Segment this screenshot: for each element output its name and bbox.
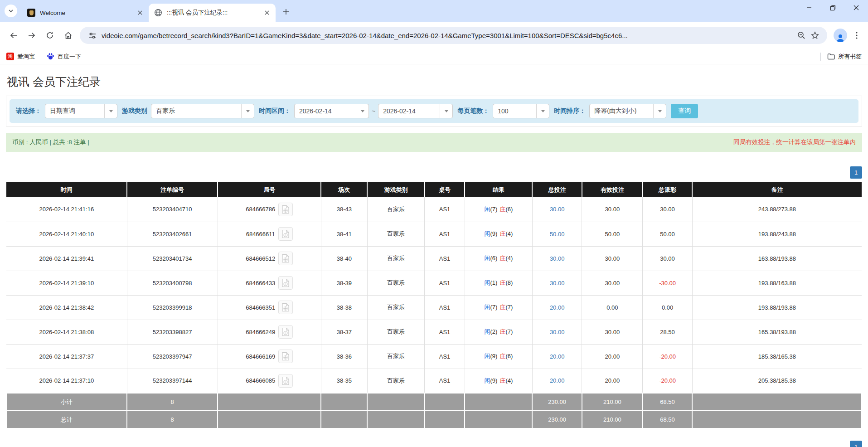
- browser-menu-button[interactable]: [850, 28, 863, 43]
- query-type-value: 日期查询: [45, 107, 104, 115]
- date-start-select[interactable]: 2026-02-14: [294, 104, 369, 118]
- query-type-select[interactable]: 日期查询: [45, 104, 117, 118]
- zoom-magnifier-icon[interactable]: [795, 29, 808, 42]
- note: 193.88/163.88: [692, 271, 862, 295]
- result-banker-score: (7): [505, 304, 513, 311]
- total-total-bet: 230.00: [532, 411, 582, 428]
- video-file-icon: [281, 303, 290, 312]
- total-bet-cell: 30.00: [532, 197, 582, 222]
- total-bet-link[interactable]: 20.00: [550, 304, 565, 311]
- kebab-menu-icon: [856, 32, 858, 39]
- result-cell: 闲(2)庄(7): [465, 320, 532, 344]
- tab-search-button[interactable]: [5, 5, 17, 17]
- session: 38-40: [321, 246, 367, 271]
- tab-strip: Welcome :::视讯 会员下注纪录:::: [0, 0, 868, 22]
- total-bet-link[interactable]: 20.00: [550, 377, 565, 384]
- game-kind-value: 百家乐: [151, 107, 241, 115]
- profile-avatar[interactable]: [834, 29, 847, 42]
- round-cell: 684666169: [218, 344, 321, 369]
- bookmark-baidu[interactable]: 百度一下: [47, 53, 81, 61]
- game-kind: 百家乐: [367, 295, 424, 320]
- home-button[interactable]: [59, 26, 77, 44]
- result-player: 闲: [485, 353, 490, 360]
- video-file-icon: [281, 352, 290, 361]
- total-bet-link[interactable]: 30.00: [550, 280, 565, 287]
- tab-title: Welcome: [40, 10, 136, 16]
- col-table: 桌号: [425, 182, 465, 197]
- chevron-down-icon: [440, 104, 452, 118]
- video-replay-button[interactable]: [278, 203, 293, 216]
- video-replay-button[interactable]: [278, 325, 293, 339]
- search-button[interactable]: 查询: [671, 104, 698, 118]
- result-cell: 闲(1)庄(8): [465, 271, 532, 295]
- back-button[interactable]: [5, 26, 23, 44]
- baidu-paw-icon: [47, 53, 54, 60]
- date-end-value: 2026-02-14: [378, 107, 440, 115]
- video-file-icon: [281, 278, 290, 287]
- session: 38-43: [321, 197, 367, 222]
- restore-button[interactable]: [821, 0, 844, 15]
- bookmark-star-icon[interactable]: [808, 29, 822, 42]
- total-bet-link[interactable]: 30.00: [550, 329, 565, 335]
- page-number-button[interactable]: 1: [850, 166, 862, 179]
- site-settings-icon[interactable]: [85, 29, 99, 42]
- total-bet-link[interactable]: 20.00: [550, 353, 565, 360]
- close-tab-icon[interactable]: [136, 9, 144, 17]
- round-cell: 684666249: [218, 320, 321, 344]
- url-bar[interactable]: videoie.com/game/betrecord_search/kind3?…: [80, 27, 827, 44]
- valid-bet: 30.00: [582, 246, 643, 271]
- bet-time: 2026-02-14 21:39:41: [6, 246, 127, 271]
- table-row: 2026-02-14 21:37:37 523203397947 6846661…: [6, 344, 862, 369]
- minimize-button[interactable]: [797, 0, 821, 15]
- close-tab-icon[interactable]: [263, 9, 271, 17]
- bookmark-aitaobao[interactable]: 淘 爱淘宝: [6, 53, 35, 61]
- video-replay-button[interactable]: [278, 227, 293, 241]
- tab-welcome[interactable]: Welcome: [22, 4, 149, 22]
- bet-records-table: 时间 注单编号 局号 场次 游戏类别 桌号 结果 总投注 有效投注 总派彩 备注…: [6, 182, 862, 429]
- tab-bet-records[interactable]: :::视讯 会员下注纪录:::: [149, 4, 276, 22]
- result-player: 闲: [485, 304, 490, 311]
- total-bet-link[interactable]: 30.00: [550, 255, 565, 262]
- plus-icon: [283, 9, 289, 15]
- page-number-button-bottom[interactable]: 1: [850, 441, 862, 447]
- forward-button[interactable]: [23, 26, 41, 44]
- browser-toolbar: videoie.com/game/betrecord_search/kind3?…: [0, 22, 868, 49]
- close-window-button[interactable]: [844, 0, 868, 15]
- col-time: 时间: [6, 182, 127, 197]
- reload-button[interactable]: [41, 26, 59, 44]
- video-replay-button[interactable]: [278, 350, 293, 363]
- total-label: 总计: [6, 411, 127, 428]
- round-number: 684666249: [246, 329, 275, 335]
- bet-time: 2026-02-14 21:38:42: [6, 295, 127, 320]
- total-bet-link[interactable]: 50.00: [550, 231, 565, 238]
- video-replay-button[interactable]: [278, 301, 293, 314]
- date-end-select[interactable]: 2026-02-14: [378, 104, 453, 118]
- table-header: 时间 注单编号 局号 场次 游戏类别 桌号 结果 总投注 有效投注 总派彩 备注: [6, 182, 862, 197]
- new-tab-button[interactable]: [279, 5, 293, 19]
- all-bookmarks-button[interactable]: 所有书签: [827, 53, 862, 61]
- game-kind: 百家乐: [367, 271, 424, 295]
- video-replay-button[interactable]: [278, 276, 293, 290]
- result-banker-score: (4): [505, 255, 513, 262]
- bet-id: 523203402661: [127, 222, 218, 246]
- game-kind-select[interactable]: 百家乐: [151, 104, 254, 118]
- table-number: AS1: [425, 369, 465, 393]
- page-content: 视讯 会员下注纪录 请选择： 日期查询 游戏类别 百家乐 时间区间： 2026-…: [0, 74, 868, 429]
- result-player: 闲: [485, 328, 490, 335]
- payout: 30.00: [643, 197, 692, 222]
- sort-select[interactable]: 降幂(由大到小): [589, 104, 666, 118]
- table-number: AS1: [425, 344, 465, 369]
- sort-value: 降幂(由大到小): [590, 107, 653, 115]
- bookmark-label: 爱淘宝: [17, 53, 35, 61]
- video-replay-button[interactable]: [278, 374, 293, 388]
- back-arrow-icon: [10, 31, 18, 39]
- per-page-select[interactable]: 100: [493, 104, 549, 118]
- result-player: 闲: [485, 230, 490, 237]
- col-result: 结果: [465, 182, 532, 197]
- filter-panel: 请选择： 日期查询 游戏类别 百家乐 时间区间： 2026-02-14 ~ 20…: [6, 96, 862, 126]
- col-payout: 总派彩: [643, 182, 692, 197]
- video-replay-button[interactable]: [278, 252, 293, 265]
- total-bet-link[interactable]: 30.00: [550, 206, 565, 213]
- url-text[interactable]: videoie.com/game/betrecord_search/kind3?…: [99, 32, 795, 39]
- subtotal-row: 小计 8 230.00 210.00 68.50: [6, 393, 862, 411]
